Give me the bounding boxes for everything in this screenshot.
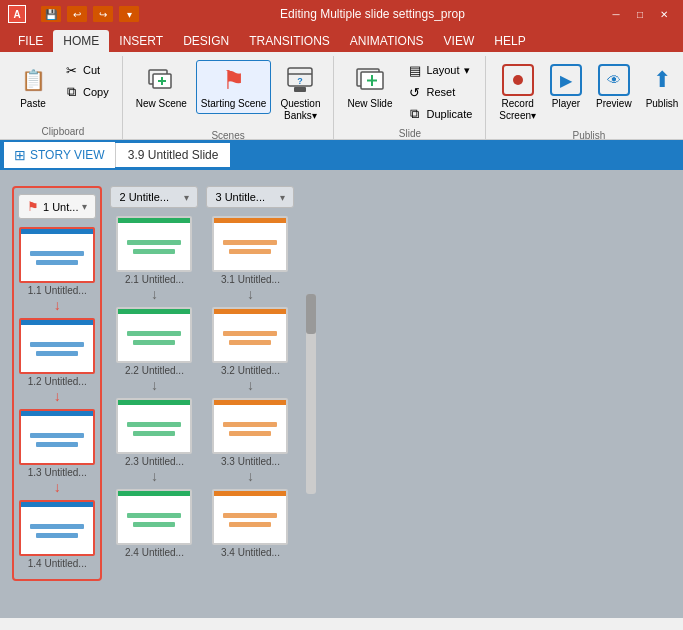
tab-view[interactable]: VIEW [434, 30, 485, 52]
tab-home[interactable]: HOME [53, 30, 109, 52]
tab-design[interactable]: DESIGN [173, 30, 239, 52]
slide-content [214, 496, 286, 543]
publish-button[interactable]: ⬆ Publish [641, 60, 683, 114]
new-scene-button[interactable]: New Scene [131, 60, 192, 114]
slide-thumb-2-2[interactable] [116, 307, 192, 363]
slide-thumb-3-4[interactable] [212, 489, 288, 545]
slide-content [118, 496, 190, 543]
slide-2-2-label: 2.2 Untitled... [125, 365, 184, 376]
starting-scene-button[interactable]: ⚑ Starting Scene [196, 60, 272, 114]
slide-line [36, 533, 78, 538]
layout-button[interactable]: ▤ Layout▾ [402, 60, 478, 80]
scene-1-label: 1 Unt... [43, 201, 78, 213]
slide-thumb-2-1[interactable] [116, 216, 192, 272]
slide-line [36, 260, 78, 265]
story-view-bar: ⊞ STORY VIEW 3.9 Untitled Slide [0, 140, 683, 170]
slide-thumb-3-3[interactable] [212, 398, 288, 454]
question-banks-button[interactable]: ? QuestionBanks▾ [275, 60, 325, 126]
slide-2-1-label: 2.1 Untitled... [125, 274, 184, 285]
scene-col-1: ⚑ 1 Unt... ▾ 1.1 Untitled... ↓ [12, 186, 102, 602]
undo-btn[interactable]: ↩ [66, 5, 88, 23]
close-btn[interactable]: ✕ [653, 5, 675, 23]
slide-line [127, 331, 181, 336]
slide-thumb-2-4[interactable] [116, 489, 192, 545]
window-title: Editing Multiple slide settings_prop [146, 7, 599, 21]
slide-thumb-1-3[interactable] [19, 409, 95, 465]
slide-1-2-wrap: 1.2 Untitled... ↓ [19, 318, 95, 405]
scene-1-header[interactable]: ⚑ 1 Unt... ▾ [18, 194, 96, 219]
slide-line [229, 249, 271, 254]
publish-icon: ⬆ [646, 64, 678, 96]
tab-transitions[interactable]: TRANSITIONS [239, 30, 340, 52]
slide-options-group: ▤ Layout▾ ↺ Reset ⧉ Duplicate [402, 60, 478, 124]
new-scene-icon [145, 64, 177, 96]
story-view-label: STORY VIEW [30, 148, 105, 162]
publish-content: RecordScreen▾ ▶ Player 👁 Preview ⬆ Publi… [494, 56, 683, 130]
slide-2-3-label: 2.3 Untitled... [125, 456, 184, 467]
slide-content [21, 416, 93, 463]
duplicate-button[interactable]: ⧉ Duplicate [402, 104, 478, 124]
slide-content [21, 507, 93, 554]
record-screen-icon [502, 64, 534, 96]
starting-scene-label: Starting Scene [201, 98, 267, 110]
slide-thumb-1-4[interactable] [19, 500, 95, 556]
copy-button[interactable]: ⧉ Copy [58, 82, 114, 102]
maximize-btn[interactable]: □ [629, 5, 651, 23]
scrollbar[interactable] [306, 294, 316, 494]
copy-icon: ⧉ [63, 84, 79, 100]
slide-line [133, 340, 175, 345]
paste-button[interactable]: 📋 Paste [12, 60, 54, 114]
layout-label: Layout [427, 64, 460, 76]
slide-line [229, 431, 271, 436]
save-btn[interactable]: 💾 [40, 5, 62, 23]
cut-copy-group: ✂ Cut ⧉ Copy [58, 60, 114, 102]
scrollbar-thumb[interactable] [306, 294, 316, 334]
player-button[interactable]: ▶ Player [545, 60, 587, 114]
tab-file[interactable]: FILE [8, 30, 53, 52]
slide-tab[interactable]: 3.9 Untitled Slide [115, 143, 231, 167]
scene-2-header[interactable]: 2 Untitle... ▾ [110, 186, 198, 208]
redo-btn[interactable]: ↪ [92, 5, 114, 23]
scene-col-2: 2 Untitle... ▾ 2.1 Untitled... ↓ [110, 186, 198, 602]
new-slide-button[interactable]: New Slide [342, 60, 397, 114]
question-banks-icon: ? [284, 64, 316, 96]
new-scene-label: New Scene [136, 98, 187, 110]
slide-thumb-3-1[interactable] [212, 216, 288, 272]
starting-scene-icon: ⚑ [218, 64, 250, 96]
tab-insert[interactable]: INSERT [109, 30, 173, 52]
flag-icon: ⚑ [27, 199, 39, 214]
slide-line [30, 251, 84, 256]
arrow-down-icon: ↓ [151, 378, 158, 392]
caret-icon: ▾ [82, 201, 87, 212]
slide-thumb-1-2[interactable] [19, 318, 95, 374]
record-screen-button[interactable]: RecordScreen▾ [494, 60, 541, 126]
slide-thumb-3-2[interactable] [212, 307, 288, 363]
ribbon: 📋 Paste ✂ Cut ⧉ Copy Clipboard [0, 52, 683, 140]
slide-thumb-1-1[interactable] [19, 227, 95, 283]
duplicate-label: Duplicate [427, 108, 473, 120]
tab-animations[interactable]: ANIMATIONS [340, 30, 434, 52]
cut-label: Cut [83, 64, 100, 76]
slide-thumb-2-3[interactable] [116, 398, 192, 454]
story-view-button[interactable]: ⊞ STORY VIEW [4, 142, 115, 168]
tab-help[interactable]: HELP [484, 30, 535, 52]
clipboard-content: 📋 Paste ✂ Cut ⧉ Copy [12, 56, 114, 126]
minimize-btn[interactable]: ─ [605, 5, 627, 23]
slide-line [36, 351, 78, 356]
arrow-down-icon: ↓ [54, 480, 61, 494]
arrow-down-icon: ↓ [54, 298, 61, 312]
more-btn[interactable]: ▾ [118, 5, 140, 23]
caret-icon: ▾ [184, 192, 189, 203]
arrow-down-icon: ↓ [247, 469, 254, 483]
slide-3-3-label: 3.3 Untitled... [221, 456, 280, 467]
slide-1-3-wrap: 1.3 Untitled... ↓ [19, 409, 95, 496]
arrow-down-icon: ↓ [151, 469, 158, 483]
reset-button[interactable]: ↺ Reset [402, 82, 478, 102]
slide-content [214, 405, 286, 452]
cut-button[interactable]: ✂ Cut [58, 60, 114, 80]
preview-button[interactable]: 👁 Preview [591, 60, 637, 114]
scene-3-header[interactable]: 3 Untitle... ▾ [206, 186, 294, 208]
slide-label: Slide [342, 128, 477, 141]
copy-label: Copy [83, 86, 109, 98]
preview-icon: 👁 [598, 64, 630, 96]
